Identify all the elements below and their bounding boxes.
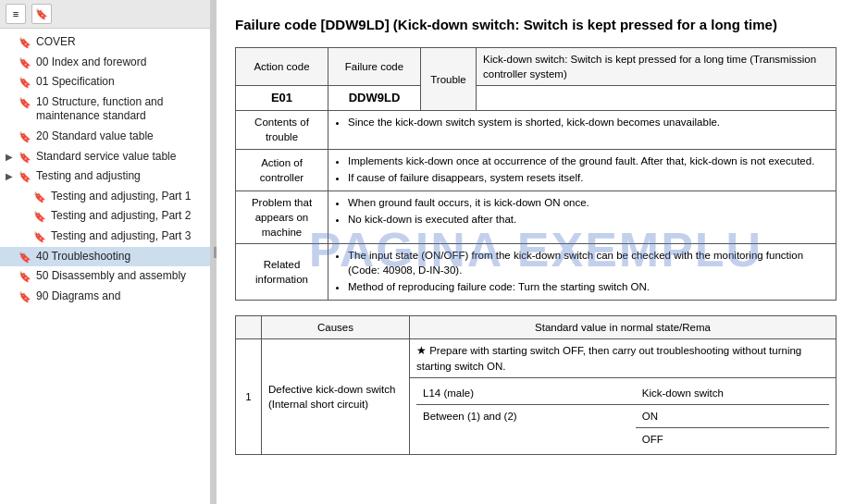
sidebar-item-testing-adj-3[interactable]: 🔖Testing and adjusting, Part 3 — [0, 227, 210, 247]
sidebar-item-disassembly[interactable]: 🔖50 Disassembly and assembly — [0, 266, 210, 287]
page-title: Failure code [DDW9LD] (Kick-down switch:… — [235, 15, 836, 34]
sidebar-item-testing-adj-2[interactable]: 🔖Testing and adjusting, Part 2 — [0, 206, 210, 227]
bookmark-nav-icon: 🔖 — [19, 251, 31, 264]
menu-icon[interactable]: ≡ — [6, 4, 26, 24]
col-standard-value: Standard value in normal state/Rema — [410, 316, 836, 339]
bookmark-icon[interactable]: 🔖 — [31, 4, 52, 24]
nav-item-label: 90 Diagrams and — [36, 289, 204, 304]
bookmark-nav-icon: 🔖 — [33, 191, 46, 203]
between-label: Between (1) and (2) — [416, 404, 636, 450]
val-off: OFF — [636, 427, 829, 450]
bookmark-nav-icon: 🔖 — [33, 230, 46, 243]
nav-item-label: COVER — [36, 35, 204, 50]
sidebar-item-cover[interactable]: 🔖COVER — [0, 32, 210, 53]
sidebar-item-diagrams[interactable]: 🔖90 Diagrams and — [0, 287, 210, 307]
row-connector-measure: L14 (male) Kick-down switch Between (1) … — [410, 377, 836, 454]
bookmark-nav-icon: 🔖 — [33, 210, 46, 223]
sidebar-item-spec[interactable]: 🔖01 Specification — [0, 72, 210, 92]
nav-item-label: 00 Index and foreword — [36, 55, 204, 70]
failure-code-table: Action code Failure code Trouble Kick-do… — [235, 47, 836, 301]
trouble-desc-empty — [477, 86, 836, 111]
row-cause-1: Defective kick-down switch (Internal sho… — [262, 339, 410, 454]
bookmark-nav-icon: 🔖 — [19, 151, 31, 164]
main-content: PAGINA EXEMPLU Failure code [DDW9LD] (Ki… — [217, 0, 855, 504]
sidebar-item-index[interactable]: 🔖00 Index and foreword — [0, 53, 210, 73]
row-label-action: Action ofcontroller — [236, 149, 328, 191]
sidebar-item-structure[interactable]: 🔖10 Structure, function and maintenance … — [0, 92, 210, 127]
sidebar-item-testing-adj-1[interactable]: 🔖Testing and adjusting, Part 1 — [0, 187, 210, 207]
row-action-controller: Implements kick-down once at occurrence … — [328, 149, 836, 191]
bookmark-nav-icon: 🔖 — [19, 96, 31, 109]
nav-item-label: Testing and adjusting, Part 3 — [51, 229, 204, 244]
failure-code-value: DDW9LD — [328, 86, 421, 111]
nav-item-label: Testing and adjusting, Part 1 — [51, 190, 204, 204]
row-label-problem: Problem thatappears onmachine — [236, 191, 328, 243]
row-contents-trouble: Since the kick-down switch system is sho… — [328, 111, 836, 149]
row-prepare: ★ Prepare with starting switch OFF, then… — [410, 339, 836, 377]
sidebar-item-testing-adj[interactable]: ▶🔖Testing and adjusting — [0, 166, 210, 187]
col-failure-code: Failure code — [328, 48, 421, 86]
row-num-1: 1 — [236, 339, 262, 454]
sidebar-item-standard-value[interactable]: 🔖20 Standard value table — [0, 127, 210, 147]
col-trouble: Trouble — [421, 48, 477, 111]
expand-arrow: ▶ — [6, 170, 15, 182]
sidebar: ≡ 🔖 🔖COVER🔖00 Index and foreword🔖01 Spec… — [0, 0, 211, 504]
bookmark-nav-icon: 🔖 — [19, 36, 31, 49]
nav-item-label: Standard service value table — [36, 150, 204, 165]
measure-kickdown: Kick-down switch — [636, 382, 829, 405]
col-causes: Causes — [262, 316, 410, 339]
bookmark-nav-icon: 🔖 — [19, 76, 31, 89]
sidebar-toolbar: ≡ 🔖 — [0, 0, 210, 29]
bookmark-nav-icon: 🔖 — [19, 270, 31, 283]
val-on: ON — [636, 404, 829, 427]
row-problem-machine: When ground fault occurs, it is kick-dow… — [328, 191, 836, 243]
col-num — [236, 316, 262, 339]
row-related-info: The input state (ON/OFF) from the kick-d… — [328, 244, 836, 301]
sidebar-item-troubleshooting[interactable]: 🔖40 Troubleshooting — [0, 247, 210, 267]
causes-table: Causes Standard value in normal state/Re… — [235, 315, 836, 455]
bookmark-nav-icon: 🔖 — [19, 290, 31, 303]
row-label-contents: Contents oftrouble — [236, 111, 328, 149]
nav-item-label: 10 Structure, function and maintenance s… — [36, 95, 204, 124]
expand-arrow: ▶ — [6, 151, 15, 163]
nav-item-label: 50 Disassembly and assembly — [36, 269, 204, 284]
connector-l14: L14 (male) — [416, 382, 636, 405]
bookmark-nav-icon: 🔖 — [19, 130, 31, 143]
nav-item-label: Testing and adjusting, Part 2 — [51, 209, 204, 224]
bookmark-nav-icon: 🔖 — [19, 56, 31, 69]
nav-item-label: 40 Troubleshooting — [36, 250, 204, 264]
row-label-related: Relatedinformation — [236, 244, 328, 301]
bookmark-nav-icon: 🔖 — [19, 170, 31, 183]
nav-item-label: Testing and adjusting — [36, 169, 204, 184]
col-action-code: Action code — [236, 48, 328, 86]
nav-item-label: 01 Specification — [36, 75, 204, 90]
sidebar-item-service-value[interactable]: ▶🔖Standard service value table — [0, 147, 210, 167]
sidebar-nav: 🔖COVER🔖00 Index and foreword🔖01 Specific… — [0, 29, 210, 504]
col-trouble-desc: Kick-down switch: Switch is kept pressed… — [477, 48, 836, 86]
nav-item-label: 20 Standard value table — [36, 129, 204, 144]
action-code-value: E01 — [236, 86, 328, 111]
